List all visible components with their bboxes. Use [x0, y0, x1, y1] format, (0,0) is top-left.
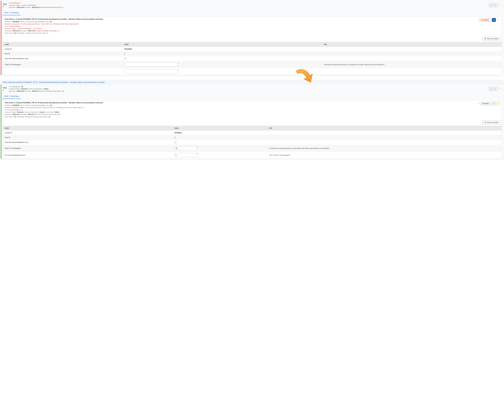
- delete-button[interactable]: [494, 87, 498, 91]
- d-duration-label: Duration Excluding Travel (days) :: [36, 114, 58, 115]
- detail-actions: Complete ⌃: [480, 102, 500, 105]
- input-n-accompanying[interactable]: [174, 153, 197, 157]
- cell-info: [322, 51, 502, 56]
- cell-value-text: PDAMS05: [124, 48, 132, 50]
- input-total-participants[interactable]: [124, 63, 178, 67]
- table-row: Flow ID 1: [3, 51, 502, 56]
- duration-label: Duration Excluding Travel (days) :: [40, 90, 62, 92]
- cell-info: [267, 130, 502, 135]
- edit-button-detail[interactable]: [492, 102, 496, 105]
- detail-title: Flow (Flow 1, Activity PDAMS05, PD 03, P…: [5, 18, 477, 20]
- d-naccomp-label: N° of Accompanying Persons :: [23, 107, 43, 108]
- d-end-value: 2024-01-01: [28, 30, 35, 31]
- input-total-participants[interactable]: [174, 146, 197, 150]
- data-table-top: Label Value Info Activity ID PDAMS05 Flo…: [3, 42, 502, 75]
- hide-info-row: Hide Information: [3, 119, 502, 126]
- edit-button-primary[interactable]: [492, 18, 496, 22]
- th-value: Value: [123, 42, 322, 47]
- collapse-toggle-detail[interactable]: ⌃: [496, 102, 500, 105]
- d-city-value: Dublin: [55, 111, 59, 113]
- th-value: Value: [172, 126, 267, 130]
- detail-title-block: Flow (Flow 1, Activity PDAMS05, PD 03, P…: [5, 18, 477, 34]
- cell-info: [267, 135, 502, 140]
- hide-info-label: Hide Information: [487, 122, 499, 123]
- flow-label-text-a: Flow: [3, 87, 7, 89]
- table-row: Total N° of Participants * Including acc…: [3, 145, 502, 152]
- collapse-toggle-detail[interactable]: ⌃: [497, 19, 500, 21]
- flow-label: Flow 1: [3, 3, 9, 7]
- d-flow-id: 1: [26, 21, 27, 23]
- flow-label-text-b: 1: [3, 89, 4, 91]
- cell-info: Including accompanying persons, particip…: [267, 145, 502, 152]
- pencil-icon: [493, 103, 495, 104]
- d-green-value: No: [14, 32, 16, 34]
- d-city-label: City of Venue :: [45, 111, 54, 113]
- d-origin-value: Romania: [17, 111, 23, 113]
- hide-info-button[interactable]: Hide Information: [482, 121, 500, 124]
- collapse-toggle[interactable]: ⌃: [498, 88, 502, 90]
- origin-label: Country of Origin :: [9, 4, 21, 6]
- status-badge-complete: Complete: [480, 102, 491, 105]
- dest-label: Country of Destination :: [21, 4, 36, 6]
- table-row: Flow with trainers/facilitators only: [3, 56, 502, 61]
- d-end-value: 2024-01-17: [28, 114, 35, 115]
- flows-summary-title: Flows summary (Activity PDAMS01, PD 01, …: [1, 80, 503, 85]
- flow-meta-bottom: N° of Participants : 20 Country of Origi…: [9, 85, 489, 92]
- d-start-value: 2024-01-01: [12, 30, 20, 31]
- cell-info: Out of Total N° of Participants: [267, 152, 502, 158]
- flow-header-top: Flow 1 N° of Participants : Country of O…: [1, 1, 503, 10]
- d-flow-id-label: Flow ID :: [20, 21, 25, 23]
- summary-link[interactable]: Flow 1: Summary: [2, 94, 21, 99]
- d-activity-id: PDAMS01: [12, 104, 19, 106]
- cell-value: [123, 56, 322, 61]
- detail-head: Flow (Flow 1, Activity PDAMS05, PD 03, P…: [3, 17, 502, 36]
- cell-value: *: [123, 68, 322, 75]
- required-star: *: [178, 69, 179, 71]
- d-start-value: 2024-01-01: [12, 114, 20, 115]
- d-end-label: End Date :: [20, 30, 27, 31]
- end-label: End Date :: [24, 90, 31, 92]
- hide-info-button[interactable]: Hide Information: [482, 37, 500, 41]
- d-origin-label: Country of Origin :: [5, 28, 17, 29]
- d-travel-days-label: Travel Days :: [16, 116, 25, 118]
- th-info: Info: [322, 42, 502, 47]
- d-ntrainers-label: N° of Trainers/facilitators :: [5, 25, 22, 27]
- checkbox-trainers-only[interactable]: [124, 58, 126, 59]
- flow-actions-bottom: ⌃: [489, 87, 502, 91]
- summary-link[interactable]: Flow 1: Summary: [2, 10, 21, 15]
- d-end-label: End Date :: [20, 114, 27, 115]
- data-table-bottom: Label Value Info Activity ID PDAMS01 Flo…: [3, 126, 502, 159]
- d-duration-label: Duration Excluding Travel (days) :: [36, 30, 58, 31]
- table-row: Flow ID 1: [3, 135, 502, 140]
- detail-card-top: Flow (Flow 1, Activity PDAMS05, PD 03, P…: [3, 17, 502, 75]
- flow-label-text-a: Flow: [3, 3, 7, 5]
- collapse-toggle[interactable]: ⌃: [498, 4, 502, 6]
- checkbox-trainers-only[interactable]: [174, 141, 176, 143]
- detail-title: Flow (Flow 1, Activity PDAMS01, PD 01, P…: [5, 102, 478, 104]
- d-start-label: Start Date :: [5, 114, 12, 115]
- start-value: 2024-01-01: [17, 6, 24, 8]
- pencil-icon: [490, 4, 492, 6]
- d-ntrainers: 1: [22, 109, 23, 111]
- cell-value-text: 1: [124, 53, 125, 55]
- info-icon: [484, 38, 486, 40]
- detail-actions: Incomplete ⌃: [479, 18, 500, 22]
- cell-label: N° of Accompanying Persons: [3, 152, 172, 158]
- start-label: Start Date :: [9, 6, 16, 8]
- d-green-value: No: [14, 116, 16, 118]
- end-label: End Date :: [24, 6, 31, 8]
- cell-value: *: [172, 145, 267, 152]
- input-next-row[interactable]: [124, 69, 178, 73]
- d-activity-id-label: Activity ID :: [5, 104, 12, 106]
- edit-button[interactable]: [489, 3, 493, 7]
- start-label: Start Date :: [9, 90, 16, 92]
- d-activity-id-label: Activity ID :: [5, 21, 12, 23]
- flow-actions-top: ⌃: [489, 3, 502, 7]
- flow-body-bottom: Flow 1: Summary Flow (Flow 1, Activity P…: [1, 93, 503, 159]
- delete-button[interactable]: [494, 3, 498, 7]
- table-header-row: Label Value Info: [3, 42, 502, 47]
- cell-info: Including accompanying persons, particip…: [322, 61, 502, 68]
- edit-button[interactable]: [489, 87, 493, 91]
- cell-label: Activity ID: [3, 47, 123, 51]
- cell-label: Flow with trainers/facilitators only: [3, 56, 123, 61]
